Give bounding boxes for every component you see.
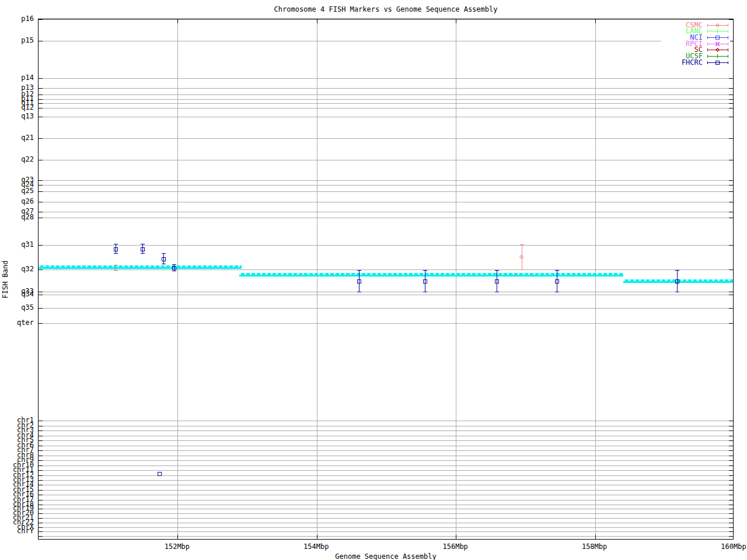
gridline-horizontal bbox=[39, 505, 733, 505]
y-tick-right bbox=[729, 103, 733, 104]
square-marker-icon bbox=[495, 279, 499, 284]
y-tick-left bbox=[39, 505, 43, 505]
y-tick-right bbox=[729, 160, 733, 160]
y-tick-right bbox=[729, 191, 733, 192]
y-tick-right bbox=[729, 446, 733, 446]
x-tick-label: 154Mbp bbox=[295, 543, 337, 550]
y-tick-left bbox=[39, 446, 43, 446]
y-tick-left bbox=[39, 531, 43, 532]
y-tick-left bbox=[39, 436, 43, 436]
error-bar-cap bbox=[423, 292, 427, 292]
gridline-horizontal bbox=[39, 509, 733, 509]
y-tick-left bbox=[39, 518, 43, 519]
y-tick-right bbox=[729, 212, 733, 212]
y-tick-right bbox=[729, 430, 733, 431]
gridline-horizontal bbox=[39, 456, 733, 456]
x-tick-bottom bbox=[317, 535, 317, 539]
y-tick-label: p14 bbox=[0, 74, 34, 81]
y-tick-label: q25 bbox=[0, 187, 34, 194]
gridline-horizontal bbox=[39, 421, 733, 421]
legend-label: FHCRC bbox=[682, 60, 703, 66]
error-bar-cap bbox=[520, 244, 524, 245]
error-bar-cap bbox=[423, 270, 427, 271]
y-tick-left bbox=[39, 295, 43, 295]
error-bar-cap bbox=[162, 264, 166, 264]
legend-row: FHCRC bbox=[661, 60, 728, 66]
plus-marker-icon bbox=[717, 29, 718, 33]
gridline-horizontal bbox=[39, 180, 733, 181]
gridline-horizontal bbox=[39, 440, 733, 441]
y-tick-right bbox=[729, 426, 733, 426]
y-tick-right bbox=[729, 440, 733, 441]
y-tick-left bbox=[39, 202, 43, 202]
y-tick-right bbox=[729, 505, 733, 505]
legend-sample bbox=[707, 53, 728, 60]
y-tick-label: q13 bbox=[0, 113, 34, 120]
y-tick-label: p16 bbox=[0, 15, 34, 22]
x-tick-bottom bbox=[595, 535, 596, 539]
legend-errorbar-cap-icon bbox=[707, 36, 708, 39]
diamond-marker-icon bbox=[715, 23, 720, 27]
y-tick-left bbox=[39, 19, 43, 20]
y-tick-left bbox=[39, 323, 43, 324]
y-tick-right bbox=[729, 523, 733, 523]
y-tick-label: q21 bbox=[0, 134, 34, 141]
error-bar-cap bbox=[172, 264, 176, 265]
gridline-horizontal bbox=[39, 323, 733, 324]
y-tick-left bbox=[39, 430, 43, 431]
square-marker-icon bbox=[715, 36, 720, 40]
y-tick-right bbox=[729, 78, 733, 79]
assembly-band-segment bbox=[39, 265, 242, 269]
y-tick-right bbox=[729, 436, 733, 436]
square-marker-icon bbox=[114, 247, 118, 251]
assembly-band-segment bbox=[239, 273, 623, 276]
y-tick-right bbox=[729, 88, 733, 89]
gridline-horizontal bbox=[39, 117, 733, 117]
gridline-horizontal bbox=[39, 41, 733, 41]
y-tick-right bbox=[729, 470, 733, 471]
gridline-horizontal bbox=[39, 94, 733, 95]
plus-marker-icon bbox=[717, 54, 718, 58]
y-tick-left bbox=[39, 475, 43, 476]
y-tick-right bbox=[729, 531, 733, 532]
legend-line-icon bbox=[707, 31, 728, 32]
gridline-horizontal bbox=[39, 495, 733, 495]
legend-sample bbox=[707, 47, 728, 53]
error-bar-cap bbox=[172, 271, 176, 271]
y-tick-label: q34 bbox=[0, 290, 34, 298]
legend-errorbar-cap-icon bbox=[707, 43, 708, 46]
legend-errorbar-cap-icon bbox=[728, 43, 728, 46]
y-tick-left bbox=[39, 490, 43, 491]
y-tick-left bbox=[39, 99, 43, 100]
y-tick-right bbox=[729, 450, 733, 451]
error-bar-cap bbox=[357, 292, 361, 292]
gridline-horizontal bbox=[39, 426, 733, 426]
y-tick-label: q12 bbox=[0, 104, 34, 111]
y-tick-left bbox=[39, 88, 43, 89]
y-tick-left bbox=[39, 523, 43, 523]
y-tick-right bbox=[729, 138, 733, 139]
gridline-horizontal bbox=[39, 78, 733, 79]
y-tick-left bbox=[39, 513, 43, 514]
y-axis-labels: p16p15p14p13p12p11q11q12q13q21q22q23q24q… bbox=[0, 0, 34, 560]
y-tick-left bbox=[39, 41, 43, 41]
gridline-horizontal bbox=[39, 19, 733, 20]
y-tick-left bbox=[39, 108, 43, 108]
chart-title: Chromosome 4 FISH Markers vs Genome Sequ… bbox=[38, 5, 734, 13]
y-tick-label: q35 bbox=[0, 304, 34, 311]
y-tick-right bbox=[729, 245, 733, 246]
y-tick-right bbox=[729, 218, 733, 218]
legend-errorbar-cap-icon bbox=[707, 24, 708, 27]
gridline-horizontal bbox=[39, 185, 733, 186]
legend-sample bbox=[707, 60, 728, 66]
legend-errorbar-cap-icon bbox=[707, 55, 708, 58]
error-bar-cap bbox=[162, 253, 166, 254]
gridline-horizontal bbox=[39, 308, 733, 309]
y-tick-right bbox=[729, 460, 733, 461]
error-bar-cap bbox=[495, 292, 499, 292]
error-bar-cap bbox=[141, 253, 145, 254]
y-tick-left bbox=[39, 117, 43, 117]
y-tick-left bbox=[39, 456, 43, 456]
error-bar-cap bbox=[114, 244, 118, 244]
error-bar-cap bbox=[141, 244, 145, 244]
